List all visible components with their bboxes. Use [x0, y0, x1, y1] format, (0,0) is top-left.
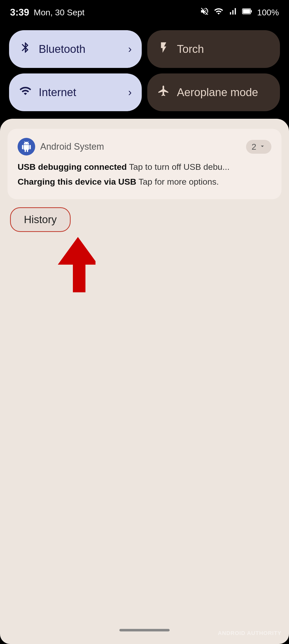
- aeroplane-tile[interactable]: Aeroplane mode: [147, 73, 280, 111]
- bluetooth-tile[interactable]: Bluetooth ›: [9, 30, 142, 68]
- bluetooth-chevron: ›: [128, 43, 132, 55]
- notification-card[interactable]: Android System 2 USB debugging connected…: [8, 129, 281, 199]
- battery-percentage: 100%: [257, 8, 279, 17]
- notification-line-1: USB debugging connected Tap to turn off …: [18, 160, 271, 173]
- screen: 3:39 Mon, 30 Sept: [0, 0, 289, 644]
- quick-tiles: Bluetooth › Torch Internet ›: [0, 23, 289, 119]
- aeroplane-label: Aeroplane mode: [177, 86, 270, 99]
- torch-label: Torch: [177, 43, 270, 55]
- mute-icon: [200, 7, 209, 18]
- internet-tile[interactable]: Internet ›: [9, 73, 142, 111]
- svg-rect-1: [243, 9, 250, 14]
- status-bar: 3:39 Mon, 30 Sept: [0, 0, 289, 23]
- status-left: 3:39 Mon, 30 Sept: [10, 7, 84, 18]
- torch-icon: [157, 41, 170, 57]
- internet-chevron: ›: [128, 86, 132, 98]
- status-date: Mon, 30 Sept: [34, 8, 84, 17]
- bluetooth-icon: [19, 41, 32, 57]
- bluetooth-label: Bluetooth: [39, 43, 121, 55]
- svg-marker-3: [15, 232, 45, 277]
- internet-icon: [19, 85, 32, 100]
- battery-icon: [242, 7, 253, 18]
- notification-header: Android System 2: [18, 138, 271, 155]
- red-arrow-icon: [15, 227, 95, 292]
- notification-line-2: Charging this device via USB Tap for mor…: [18, 175, 271, 188]
- internet-label: Internet: [39, 86, 121, 99]
- notification-app-info: Android System: [18, 138, 104, 155]
- signal-icon: [228, 7, 237, 18]
- bottom-nav-bar: [119, 629, 170, 631]
- torch-tile[interactable]: Torch: [147, 30, 280, 68]
- notification-panel: Android System 2 USB debugging connected…: [0, 119, 289, 644]
- notification-count: 2: [252, 142, 256, 152]
- notification-count-badge[interactable]: 2: [246, 140, 271, 154]
- svg-marker-4: [58, 237, 95, 292]
- aeroplane-icon: [157, 85, 170, 100]
- notification-app-name: Android System: [40, 141, 104, 152]
- status-right: 100%: [200, 7, 279, 18]
- arrow-annotation: [15, 227, 106, 282]
- wifi-icon: [214, 7, 223, 18]
- android-system-icon: [18, 138, 35, 155]
- watermark: ANDROID AUTHORITY: [218, 630, 281, 636]
- expand-chevron-icon: [259, 142, 266, 152]
- status-time: 3:39: [10, 7, 29, 18]
- svg-rect-2: [251, 10, 252, 13]
